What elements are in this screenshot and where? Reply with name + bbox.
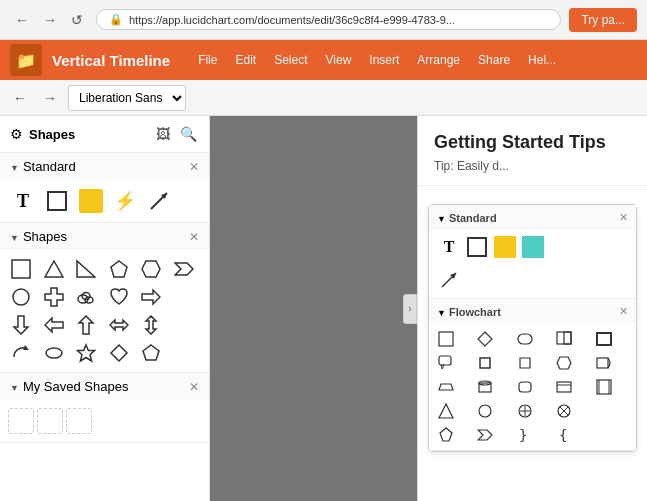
shape-pentagon2[interactable] [138, 340, 164, 366]
mini-arrow-shape[interactable] [437, 268, 461, 292]
mini-standard-close[interactable]: ✕ [619, 211, 628, 224]
redo-button[interactable]: → [38, 87, 62, 109]
fc-circle-plus[interactable] [514, 400, 536, 422]
fc-rect[interactable] [435, 328, 457, 350]
saved-close-button[interactable]: ✕ [189, 380, 199, 394]
saved-shapes-section: ▼My Saved Shapes ✕ [0, 373, 209, 443]
shape-heart[interactable] [106, 284, 132, 310]
menu-select[interactable]: Select [266, 49, 315, 71]
try-button[interactable]: Try pa... [569, 8, 637, 32]
shape-chevron-right[interactable] [171, 256, 197, 282]
svg-marker-23 [143, 345, 159, 360]
image-icon[interactable]: 🖼 [154, 124, 172, 144]
menu-share[interactable]: Share [470, 49, 518, 71]
menu-help[interactable]: Hel... [520, 49, 564, 71]
standard-section-header[interactable]: ▼Standard ✕ [0, 153, 209, 180]
undo-button[interactable]: ← [8, 87, 32, 109]
fc-parallelogram[interactable] [514, 352, 536, 374]
arrow-shape[interactable] [144, 186, 174, 216]
shape-circle[interactable] [8, 284, 34, 310]
shape-arrow-up[interactable] [73, 312, 99, 338]
fc-process[interactable] [474, 352, 496, 374]
fc-hex[interactable] [553, 352, 575, 374]
standard-close-button[interactable]: ✕ [189, 160, 199, 174]
sidebar-header: ⚙ Shapes 🖼 🔍 [0, 116, 209, 153]
shapes-section-label: Shapes [23, 229, 67, 244]
menu-insert[interactable]: Insert [361, 49, 407, 71]
shape-right-triangle[interactable] [73, 256, 99, 282]
tips-header: Getting Started Tips Tip: Easily d... [418, 116, 647, 186]
mini-flowchart-header[interactable]: ▼Flowchart ✕ [429, 299, 636, 324]
shape-cloud[interactable] [73, 284, 99, 310]
lightning-shape[interactable]: ⚡ [110, 186, 140, 216]
fc-diamond[interactable] [474, 328, 496, 350]
shape-hexagon[interactable] [138, 256, 164, 282]
shape-double-arrow[interactable] [106, 312, 132, 338]
menu-file[interactable]: File [190, 49, 225, 71]
mini-yellow-shape[interactable] [493, 235, 517, 259]
mini-teal-shape[interactable] [521, 235, 545, 259]
menu-edit[interactable]: Edit [227, 49, 264, 71]
fc-delay[interactable] [593, 352, 615, 374]
refresh-button[interactable]: ↺ [66, 10, 88, 30]
mini-standard-header[interactable]: ▼Standard ✕ [429, 205, 636, 230]
fc-rounded2[interactable] [514, 376, 536, 398]
menu-view[interactable]: View [318, 49, 360, 71]
shape-square[interactable] [8, 256, 34, 282]
fc-rounded[interactable] [514, 328, 536, 350]
shapes-grid [0, 250, 209, 372]
mini-rect-shape[interactable] [465, 235, 489, 259]
fc-process2[interactable] [593, 376, 615, 398]
shape-diamond[interactable] [106, 340, 132, 366]
svg-marker-36 [520, 358, 530, 368]
shape-up-down-arrow[interactable] [138, 312, 164, 338]
fc-cylinder[interactable] [474, 376, 496, 398]
fc-thick-rect[interactable] [593, 328, 615, 350]
address-bar[interactable]: 🔒 https://app.lucidchart.com/documents/e… [96, 9, 561, 30]
shape-curved-arrow[interactable] [8, 340, 34, 366]
fc-doc[interactable] [553, 328, 575, 350]
forward-button[interactable]: → [38, 10, 62, 30]
text-shape[interactable]: T [8, 186, 38, 216]
svg-text:}: } [519, 427, 527, 443]
shape-arrow-down[interactable] [8, 312, 34, 338]
shapes-section-header[interactable]: ▼Shapes ✕ [0, 223, 209, 250]
svg-marker-6 [111, 261, 127, 277]
fc-triangle[interactable] [435, 400, 457, 422]
shape-ellipse[interactable] [41, 340, 67, 366]
shape-cross[interactable] [41, 284, 67, 310]
menu-arrange[interactable]: Arrange [409, 49, 468, 71]
shape-arrow-right[interactable] [138, 284, 164, 310]
mini-text-shape[interactable]: T [437, 235, 461, 259]
shapes-close-button[interactable]: ✕ [189, 230, 199, 244]
rect-shape[interactable] [42, 186, 72, 216]
shape-empty [171, 284, 197, 310]
fc-circle[interactable] [474, 400, 496, 422]
lock-icon: 🔒 [109, 13, 123, 26]
collapse-handle[interactable]: › [403, 294, 417, 324]
fc-curly[interactable]: { [553, 424, 575, 446]
saved-placeholder-1 [8, 408, 34, 434]
mini-flowchart-grid: } { [429, 324, 636, 450]
fc-speech[interactable] [435, 352, 457, 374]
fc-pentagon[interactable] [435, 424, 457, 446]
shape-star[interactable] [73, 340, 99, 366]
yellow-shape[interactable] [76, 186, 106, 216]
shape-empty3 [171, 340, 197, 366]
canvas-area[interactable]: › Getting Started Tips Tip: Easily d... … [210, 116, 647, 501]
search-icon[interactable]: 🔍 [178, 124, 199, 144]
fc-open-chevron[interactable] [474, 424, 496, 446]
shape-pentagon[interactable] [106, 256, 132, 282]
shape-arrow-left[interactable] [41, 312, 67, 338]
shape-triangle[interactable] [41, 256, 67, 282]
saved-shapes-header[interactable]: ▼My Saved Shapes ✕ [0, 373, 209, 400]
fc-card[interactable] [553, 376, 575, 398]
font-selector[interactable]: Liberation Sans [68, 85, 186, 111]
back-button[interactable]: ← [10, 10, 34, 30]
fc-trapezoid[interactable] [435, 376, 457, 398]
svg-rect-27 [439, 332, 453, 346]
svg-marker-4 [45, 261, 63, 277]
fc-brace[interactable]: } [514, 424, 536, 446]
fc-circle-x[interactable] [553, 400, 575, 422]
mini-flowchart-close[interactable]: ✕ [619, 305, 628, 318]
